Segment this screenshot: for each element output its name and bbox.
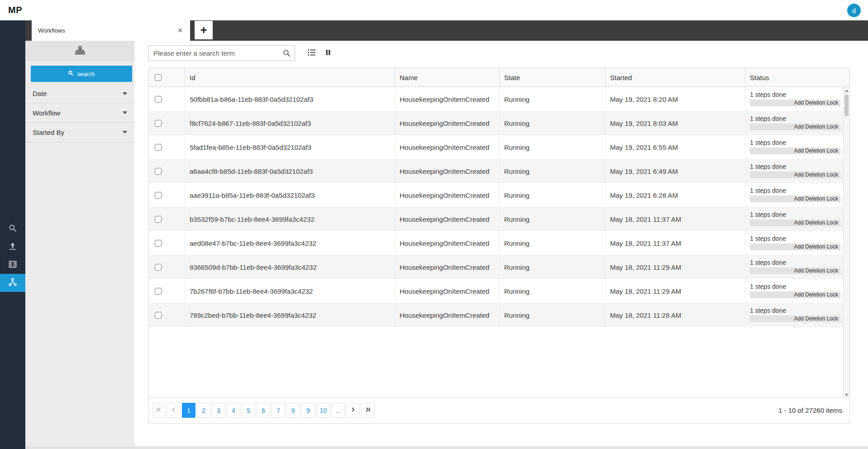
scroll-up-button[interactable] (844, 87, 849, 94)
row-checkbox[interactable] (155, 264, 162, 271)
table-row[interactable]: f8cf7624-b867-11eb-883f-0a5d32102af3 Hou… (149, 111, 843, 135)
pause-button[interactable] (321, 47, 335, 60)
row-checkbox[interactable] (155, 216, 162, 223)
row-checkbox-cell (149, 159, 185, 183)
status-progress-bar: Add Deletion Lock (750, 100, 840, 106)
column-header-started[interactable]: Started (605, 68, 745, 86)
pager-page-7[interactable]: 7 (272, 403, 285, 418)
plus-icon: + (200, 23, 207, 37)
table-row[interactable]: aed08e47-b7bc-11eb-8ee4-3699fa3c4232 Hou… (149, 231, 843, 255)
row-checkbox[interactable] (155, 120, 162, 127)
cell-id: 5fad1fea-b85e-11eb-883f-0a5d32102af3 (185, 135, 395, 159)
cell-id: f8cf7624-b867-11eb-883f-0a5d32102af3 (185, 111, 395, 135)
rail-media-button[interactable] (0, 256, 25, 274)
pager-first-button[interactable] (152, 403, 166, 418)
pager-more-button[interactable]: ... (331, 403, 345, 418)
row-checkbox-cell (149, 87, 185, 111)
row-checkbox[interactable] (155, 240, 162, 247)
filter-sections: Date Workflow Started By (25, 84, 134, 142)
close-icon[interactable]: × (175, 25, 186, 36)
cell-status: 1 steps done Add Deletion Lock (745, 303, 843, 327)
scrollbar-thumb[interactable] (844, 95, 849, 116)
search-button[interactable]: search (31, 66, 132, 82)
table-row[interactable]: b3532f59-b7bc-11eb-8ee4-3699fa3c4232 Hou… (149, 207, 843, 231)
list-view-button[interactable] (305, 47, 319, 60)
pager-page-6[interactable]: 6 (257, 403, 270, 418)
filter-panel: search Date Workflow Started By (25, 41, 134, 446)
column-header-status[interactable]: Status (745, 68, 849, 86)
pager-page-2[interactable]: 2 (197, 403, 210, 418)
pager-prev-button[interactable] (167, 403, 181, 418)
select-all-cell (149, 68, 185, 86)
row-checkbox[interactable] (155, 168, 162, 175)
row-checkbox[interactable] (155, 288, 162, 295)
filter-section-label: Workflow (33, 109, 60, 117)
pager-page-9[interactable]: 9 (301, 403, 315, 418)
pager-next-button[interactable] (346, 403, 360, 418)
pager-page-4[interactable]: 4 (227, 403, 240, 418)
search-icon (8, 224, 17, 234)
table-row[interactable]: aae3911a-b85a-11eb-883f-0a5d32102af3 Hou… (149, 183, 843, 207)
last-page-icon (365, 406, 371, 414)
rail-upload-button[interactable] (0, 238, 25, 256)
table-row[interactable]: 7b267f6f-b7bb-11eb-8ee4-3699fa3c4232 Hou… (149, 279, 843, 303)
film-icon (8, 260, 17, 271)
pager-page-8[interactable]: 8 (286, 403, 300, 418)
table-row[interactable]: 5fad1fea-b85e-11eb-883f-0a5d32102af3 Hou… (149, 135, 843, 159)
status-steps-label: 1 steps done (750, 139, 843, 146)
row-checkbox[interactable] (155, 144, 162, 151)
status-steps-label: 1 steps done (750, 91, 843, 98)
table-row[interactable]: 789c2bed-b7bb-11eb-8ee4-3699fa3c4232 Hou… (149, 303, 843, 327)
pager-page-10[interactable]: 10 (316, 403, 330, 418)
search-icon[interactable] (282, 49, 291, 59)
filter-section[interactable]: Workflow (25, 103, 134, 123)
list-icon (307, 48, 317, 59)
column-header-id[interactable]: Id (185, 68, 395, 86)
cell-state: Running (499, 87, 605, 111)
status-steps-label: 1 steps done (750, 115, 843, 122)
cell-state: Running (499, 111, 605, 135)
column-header-name[interactable]: Name (395, 68, 499, 86)
cell-id: 50fbb81a-b86a-11eb-883f-0a5d32102af3 (185, 87, 395, 111)
status-steps-label: 1 steps done (750, 259, 843, 266)
row-checkbox[interactable] (155, 192, 162, 199)
cell-name: HousekeepingOnItemCreated (395, 231, 499, 255)
cell-name: HousekeepingOnItemCreated (395, 159, 499, 183)
row-checkbox[interactable] (155, 312, 162, 319)
user-avatar[interactable]: d (847, 4, 861, 17)
column-header-state[interactable]: State (499, 68, 605, 86)
table-body: 50fbb81a-b86a-11eb-883f-0a5d32102af3 Hou… (149, 87, 843, 327)
pager-page-5[interactable]: 5 (242, 403, 255, 418)
table-row[interactable]: 50fbb81a-b86a-11eb-883f-0a5d32102af3 Hou… (149, 87, 843, 111)
row-checkbox[interactable] (155, 96, 162, 103)
rail-workflows-button[interactable] (0, 274, 25, 292)
add-tab-button[interactable]: + (195, 21, 213, 39)
status-progress-bar: Add Deletion Lock (750, 148, 840, 154)
pager-page-1[interactable]: 1 (182, 403, 196, 418)
hierarchy-view-button[interactable] (25, 41, 134, 62)
chevron-down-icon (123, 111, 127, 114)
filter-section[interactable]: Started By (25, 123, 134, 142)
status-steps-label: 1 steps done (750, 283, 843, 290)
cell-state: Running (499, 279, 605, 303)
row-checkbox-cell (149, 303, 185, 327)
pager-page-3[interactable]: 3 (212, 403, 225, 418)
status-progress-bar: Add Deletion Lock (750, 291, 840, 298)
status-steps-label: 1 steps done (750, 307, 843, 314)
vertical-scrollbar[interactable] (843, 87, 849, 398)
cell-status: 1 steps done Add Deletion Lock (745, 231, 843, 255)
filter-section[interactable]: Date (25, 84, 134, 103)
table-row[interactable]: a6aa4cf8-b85d-11eb-883f-0a5d32102af3 Hou… (149, 159, 843, 183)
search-input[interactable] (149, 46, 295, 61)
table-row[interactable]: 8366509d-b7bb-11eb-8ee4-3699fa3c4232 Hou… (149, 255, 843, 279)
cell-name: HousekeepingOnItemCreated (395, 183, 499, 207)
row-checkbox-cell (149, 255, 185, 279)
rail-search-button[interactable] (0, 220, 25, 238)
next-page-icon (350, 406, 356, 414)
search-box (148, 45, 295, 61)
cell-name: HousekeepingOnItemCreated (395, 255, 499, 279)
pager-last-button[interactable] (361, 403, 375, 418)
select-all-checkbox[interactable] (155, 74, 162, 81)
cell-started: May 19, 2021 6:55 AM (605, 135, 745, 159)
tab-workflows[interactable]: Workflows × (32, 20, 190, 41)
